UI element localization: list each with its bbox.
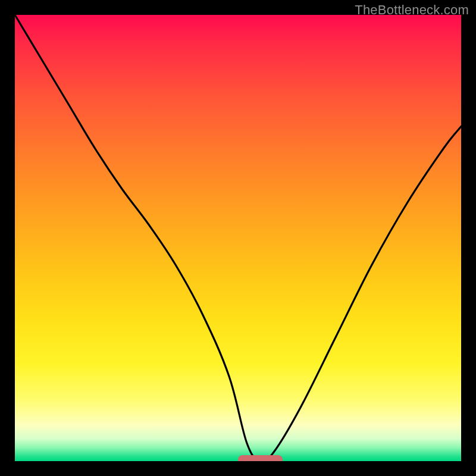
bottleneck-curve [15,15,461,461]
curve-svg [15,15,461,461]
chart-frame: TheBottleneck.com [0,0,476,476]
trough-marker [238,455,283,461]
plot-area [15,15,461,461]
